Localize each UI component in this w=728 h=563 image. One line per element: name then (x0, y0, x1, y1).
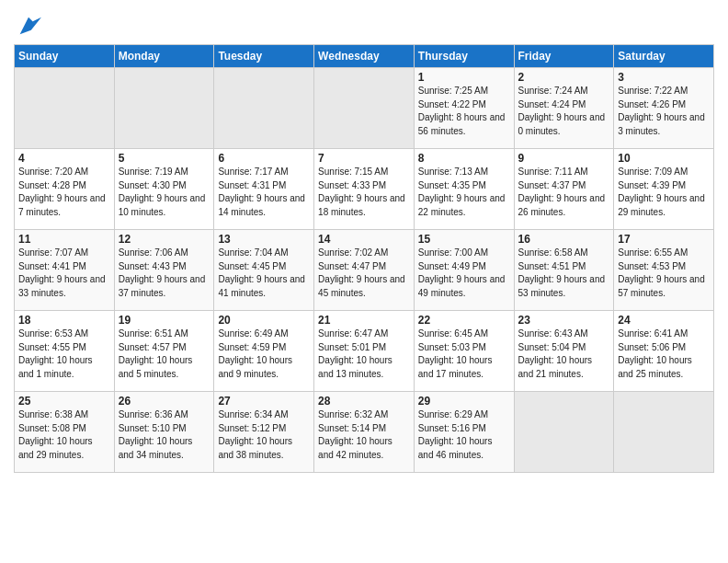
day-info: Sunrise: 7:04 AM Sunset: 4:45 PM Dayligh… (218, 247, 310, 300)
day-number: 14 (318, 233, 410, 246)
day-cell: 27Sunrise: 6:34 AM Sunset: 5:12 PM Dayli… (214, 392, 314, 473)
day-cell: 5Sunrise: 7:19 AM Sunset: 4:30 PM Daylig… (114, 149, 214, 230)
day-info: Sunrise: 7:02 AM Sunset: 4:47 PM Dayligh… (318, 247, 410, 300)
day-cell: 4Sunrise: 7:20 AM Sunset: 4:28 PM Daylig… (15, 149, 115, 230)
day-number: 21 (318, 314, 410, 327)
day-cell: 17Sunrise: 6:55 AM Sunset: 4:53 PM Dayli… (614, 230, 714, 311)
day-info: Sunrise: 6:47 AM Sunset: 5:01 PM Dayligh… (318, 327, 410, 381)
day-info: Sunrise: 7:07 AM Sunset: 4:41 PM Dayligh… (18, 247, 110, 300)
day-cell: 2Sunrise: 7:24 AM Sunset: 4:24 PM Daylig… (514, 68, 614, 149)
day-number: 9 (518, 152, 610, 165)
col-header-monday: Monday (114, 45, 214, 68)
day-number: 17 (618, 233, 710, 246)
day-info: Sunrise: 7:13 AM Sunset: 4:35 PM Dayligh… (418, 166, 510, 219)
col-header-sunday: Sunday (15, 45, 115, 68)
day-cell: 25Sunrise: 6:38 AM Sunset: 5:08 PM Dayli… (15, 392, 115, 473)
day-cell: 3Sunrise: 7:22 AM Sunset: 4:26 PM Daylig… (614, 68, 714, 149)
day-cell: 12Sunrise: 7:06 AM Sunset: 4:43 PM Dayli… (114, 230, 214, 311)
day-info: Sunrise: 6:29 AM Sunset: 5:16 PM Dayligh… (418, 408, 510, 462)
days-header-row: SundayMondayTuesdayWednesdayThursdayFrid… (15, 45, 714, 68)
day-number: 11 (18, 233, 110, 246)
day-number: 8 (418, 152, 510, 165)
day-number: 25 (18, 395, 110, 408)
day-info: Sunrise: 6:53 AM Sunset: 4:55 PM Dayligh… (18, 327, 110, 381)
week-row-3: 11Sunrise: 7:07 AM Sunset: 4:41 PM Dayli… (15, 230, 714, 311)
day-number: 4 (18, 152, 110, 165)
day-number: 3 (618, 71, 710, 84)
day-info: Sunrise: 6:32 AM Sunset: 5:14 PM Dayligh… (318, 408, 410, 462)
week-row-5: 25Sunrise: 6:38 AM Sunset: 5:08 PM Dayli… (15, 392, 714, 473)
day-cell: 11Sunrise: 7:07 AM Sunset: 4:41 PM Dayli… (15, 230, 115, 311)
day-info: Sunrise: 7:06 AM Sunset: 4:43 PM Dayligh… (119, 247, 210, 300)
day-info: Sunrise: 7:11 AM Sunset: 4:37 PM Dayligh… (518, 166, 610, 219)
day-cell: 29Sunrise: 6:29 AM Sunset: 5:16 PM Dayli… (414, 392, 514, 473)
day-number: 27 (218, 395, 310, 408)
day-cell: 8Sunrise: 7:13 AM Sunset: 4:35 PM Daylig… (414, 149, 514, 230)
day-number: 5 (119, 152, 210, 165)
day-number: 20 (218, 314, 310, 327)
col-header-saturday: Saturday (614, 45, 714, 68)
day-cell (614, 392, 714, 473)
day-cell (314, 68, 415, 149)
week-row-2: 4Sunrise: 7:20 AM Sunset: 4:28 PM Daylig… (15, 149, 714, 230)
day-info: Sunrise: 7:15 AM Sunset: 4:33 PM Dayligh… (318, 166, 410, 219)
day-cell: 20Sunrise: 6:49 AM Sunset: 4:59 PM Dayli… (214, 311, 314, 392)
page: SundayMondayTuesdayWednesdayThursdayFrid… (0, 0, 728, 482)
day-info: Sunrise: 7:25 AM Sunset: 4:22 PM Dayligh… (418, 85, 510, 138)
day-info: Sunrise: 6:43 AM Sunset: 5:04 PM Dayligh… (518, 327, 610, 381)
week-row-1: 1Sunrise: 7:25 AM Sunset: 4:22 PM Daylig… (15, 68, 714, 149)
day-number: 26 (119, 395, 210, 408)
day-cell: 24Sunrise: 6:41 AM Sunset: 5:06 PM Dayli… (614, 311, 714, 392)
day-number: 2 (518, 71, 610, 84)
day-number: 19 (119, 314, 210, 327)
day-cell: 13Sunrise: 7:04 AM Sunset: 4:45 PM Dayli… (214, 230, 314, 311)
col-header-wednesday: Wednesday (314, 45, 415, 68)
day-info: Sunrise: 6:49 AM Sunset: 4:59 PM Dayligh… (218, 327, 310, 381)
day-info: Sunrise: 6:55 AM Sunset: 4:53 PM Dayligh… (618, 247, 710, 300)
day-cell: 23Sunrise: 6:43 AM Sunset: 5:04 PM Dayli… (514, 311, 614, 392)
day-number: 13 (218, 233, 310, 246)
day-cell (15, 68, 115, 149)
day-info: Sunrise: 6:38 AM Sunset: 5:08 PM Dayligh… (18, 408, 110, 462)
header (14, 9, 714, 39)
day-number: 29 (418, 395, 510, 408)
day-cell: 18Sunrise: 6:53 AM Sunset: 4:55 PM Dayli… (15, 311, 115, 392)
day-cell: 26Sunrise: 6:36 AM Sunset: 5:10 PM Dayli… (114, 392, 214, 473)
day-info: Sunrise: 6:41 AM Sunset: 5:06 PM Dayligh… (618, 327, 710, 381)
day-info: Sunrise: 7:20 AM Sunset: 4:28 PM Dayligh… (18, 166, 110, 219)
day-cell: 6Sunrise: 7:17 AM Sunset: 4:31 PM Daylig… (214, 149, 314, 230)
day-info: Sunrise: 6:45 AM Sunset: 5:03 PM Dayligh… (418, 327, 510, 381)
day-info: Sunrise: 7:24 AM Sunset: 4:24 PM Dayligh… (518, 85, 610, 138)
day-cell: 9Sunrise: 7:11 AM Sunset: 4:37 PM Daylig… (514, 149, 614, 230)
day-cell: 22Sunrise: 6:45 AM Sunset: 5:03 PM Dayli… (414, 311, 514, 392)
day-cell (214, 68, 314, 149)
calendar-table: SundayMondayTuesdayWednesdayThursdayFrid… (14, 44, 714, 473)
week-row-4: 18Sunrise: 6:53 AM Sunset: 4:55 PM Dayli… (15, 311, 714, 392)
day-cell: 10Sunrise: 7:09 AM Sunset: 4:39 PM Dayli… (614, 149, 714, 230)
day-number: 22 (418, 314, 510, 327)
day-number: 23 (518, 314, 610, 327)
day-number: 10 (618, 152, 710, 165)
day-cell: 28Sunrise: 6:32 AM Sunset: 5:14 PM Dayli… (314, 392, 415, 473)
day-info: Sunrise: 7:09 AM Sunset: 4:39 PM Dayligh… (618, 166, 710, 219)
day-cell: 19Sunrise: 6:51 AM Sunset: 4:57 PM Dayli… (114, 311, 214, 392)
day-number: 15 (418, 233, 510, 246)
day-cell: 14Sunrise: 7:02 AM Sunset: 4:47 PM Dayli… (314, 230, 415, 311)
day-cell (514, 392, 614, 473)
day-info: Sunrise: 7:00 AM Sunset: 4:49 PM Dayligh… (418, 247, 510, 300)
day-number: 12 (119, 233, 210, 246)
col-header-thursday: Thursday (414, 45, 514, 68)
day-cell: 21Sunrise: 6:47 AM Sunset: 5:01 PM Dayli… (314, 311, 415, 392)
day-info: Sunrise: 6:58 AM Sunset: 4:51 PM Dayligh… (518, 247, 610, 300)
day-number: 7 (318, 152, 410, 165)
day-number: 28 (318, 395, 410, 408)
day-number: 24 (618, 314, 710, 327)
col-header-friday: Friday (514, 45, 614, 68)
day-info: Sunrise: 7:19 AM Sunset: 4:30 PM Dayligh… (119, 166, 210, 219)
day-cell (114, 68, 214, 149)
day-info: Sunrise: 7:17 AM Sunset: 4:31 PM Dayligh… (218, 166, 310, 219)
day-cell: 7Sunrise: 7:15 AM Sunset: 4:33 PM Daylig… (314, 149, 415, 230)
day-info: Sunrise: 6:34 AM Sunset: 5:12 PM Dayligh… (218, 408, 310, 462)
day-cell: 15Sunrise: 7:00 AM Sunset: 4:49 PM Dayli… (414, 230, 514, 311)
day-number: 18 (18, 314, 110, 327)
